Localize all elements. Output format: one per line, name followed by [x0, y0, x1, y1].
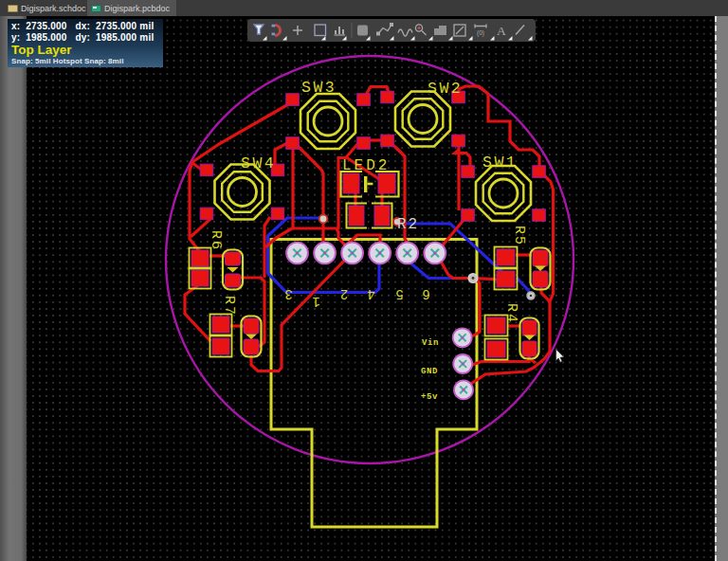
svg-text:R2: R2 [397, 216, 419, 233]
svg-text:5: 5 [395, 286, 403, 301]
svg-text:A: A [497, 24, 506, 38]
svg-text:LED2: LED2 [342, 157, 390, 174]
svg-text:Vin: Vin [422, 338, 439, 348]
svg-text:R7: R7 [221, 296, 237, 317]
svg-text:6: 6 [422, 286, 429, 301]
svg-text:R6: R6 [208, 230, 224, 251]
svg-text:GND: GND [421, 367, 438, 376]
svg-text:1: 1 [312, 294, 319, 309]
svg-text:3: 3 [284, 286, 292, 301]
svg-text:R4: R4 [503, 303, 519, 324]
svg-text:(0): (0) [477, 29, 484, 37]
svg-text:SW4: SW4 [241, 154, 276, 172]
svg-text:SW3: SW3 [301, 79, 337, 97]
svg-text:R5: R5 [511, 226, 527, 246]
svg-text:4: 4 [367, 286, 374, 301]
svg-text:SW1: SW1 [482, 154, 518, 172]
svg-text:SW2: SW2 [428, 80, 463, 98]
svg-text:+5v: +5v [421, 392, 438, 402]
svg-text:2: 2 [340, 286, 348, 301]
